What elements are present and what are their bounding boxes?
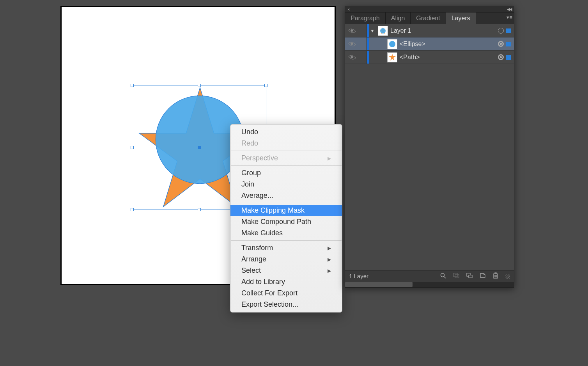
lock-column[interactable] (359, 51, 367, 64)
visibility-icon[interactable] (348, 53, 356, 61)
menu-item-collect-for-export[interactable]: Collect For Export (230, 288, 342, 299)
disclosure-triangle-icon[interactable]: ▼ (369, 28, 375, 33)
lock-column[interactable] (359, 24, 367, 37)
layers-panel: × ◀◀ Paragraph Align Gradient Layers ▾≡ … (345, 6, 514, 288)
selection-square[interactable] (506, 42, 511, 46)
panel-footer: 1 Layer (345, 270, 514, 282)
svg-rect-8 (453, 273, 457, 277)
selection-color-indicator (367, 51, 369, 64)
chevron-right-icon: ▶ (328, 257, 331, 262)
svg-line-7 (444, 277, 446, 279)
resize-grip-icon[interactable] (505, 274, 510, 279)
layer-row-path[interactable]: <Path> (345, 51, 514, 64)
svg-rect-11 (469, 275, 472, 278)
layer-thumbnail (387, 39, 397, 49)
svg-point-4 (389, 41, 395, 47)
target-icon[interactable] (498, 28, 504, 34)
layer-name[interactable]: <Ellipse> (400, 41, 498, 48)
tab-align[interactable]: Align (386, 12, 411, 24)
menu-separator (231, 240, 342, 241)
target-icon[interactable] (498, 54, 504, 60)
visibility-icon[interactable] (348, 27, 356, 35)
menu-item-undo[interactable]: Undo (230, 126, 342, 138)
menu-item-arrange[interactable]: Arrange ▶ (230, 254, 342, 265)
tab-layers[interactable]: Layers (446, 12, 476, 24)
layer-count-label: 1 Layer (349, 273, 368, 279)
layer-row-parent[interactable]: ▼ Layer 1 (345, 24, 514, 37)
visibility-icon[interactable] (348, 40, 356, 48)
scrollbar-thumb[interactable] (345, 282, 413, 287)
menu-item-add-to-library[interactable]: Add to Library (230, 276, 342, 288)
svg-point-3 (380, 28, 386, 34)
selection-square[interactable] (506, 55, 511, 60)
menu-separator (231, 203, 342, 203)
svg-rect-17 (495, 273, 496, 274)
layer-name[interactable]: Layer 1 (390, 27, 498, 34)
resize-handle[interactable] (131, 208, 134, 211)
layer-thumbnail (387, 52, 397, 62)
selection-color-indicator (367, 37, 369, 50)
create-sublayer-icon[interactable] (466, 273, 473, 279)
menu-item-group[interactable]: Group (230, 167, 342, 179)
layer-thumbnail (378, 26, 388, 36)
resize-handle[interactable] (131, 84, 134, 87)
lock-column[interactable] (359, 37, 367, 50)
locate-object-icon[interactable] (440, 272, 446, 280)
selection-square[interactable] (506, 28, 511, 33)
target-icon[interactable] (498, 41, 504, 47)
menu-item-redo[interactable]: Redo (230, 138, 342, 149)
menu-separator (231, 151, 342, 151)
svg-marker-5 (389, 54, 396, 60)
menu-item-make-guides[interactable]: Make Guides (230, 227, 342, 239)
tab-paragraph[interactable]: Paragraph (345, 12, 386, 24)
menu-item-select[interactable]: Select ▶ (230, 265, 342, 276)
menu-item-make-compound-path[interactable]: Make Compound Path (230, 216, 342, 227)
tab-gradient[interactable]: Gradient (411, 12, 446, 24)
menu-separator (231, 165, 342, 166)
make-clipping-mask-icon[interactable] (453, 273, 459, 279)
resize-handle[interactable] (131, 146, 134, 149)
panel-tabs: Paragraph Align Gradient Layers ▾≡ (345, 12, 514, 24)
collapse-icon[interactable]: ◀◀ (507, 7, 512, 11)
menu-item-average[interactable]: Average... (230, 190, 342, 201)
menu-item-export-selection[interactable]: Export Selection... (230, 299, 342, 310)
delete-icon[interactable] (493, 272, 498, 280)
chevron-right-icon: ▶ (328, 245, 331, 251)
close-icon[interactable]: × (347, 7, 350, 12)
new-layer-icon[interactable] (480, 273, 486, 279)
layer-row-ellipse[interactable]: <Ellipse> (345, 37, 514, 51)
chevron-right-icon: ▶ (328, 268, 331, 274)
menu-item-transform[interactable]: Transform ▶ (230, 242, 342, 254)
svg-point-6 (441, 274, 445, 277)
panel-menu-icon[interactable]: ▾≡ (507, 14, 512, 20)
horizontal-scrollbar[interactable] (345, 282, 514, 287)
menu-item-join[interactable]: Join (230, 179, 342, 190)
context-menu: Undo Redo Perspective ▶ Group Join Avera… (230, 124, 342, 313)
layers-list: ▼ Layer 1 <Ellipse> (345, 24, 514, 270)
chevron-right-icon: ▶ (328, 156, 331, 161)
svg-rect-9 (455, 274, 459, 278)
menu-item-perspective[interactable]: Perspective ▶ (230, 153, 342, 164)
layer-name[interactable]: <Path> (400, 54, 498, 61)
menu-item-make-clipping-mask[interactable]: Make Clipping Mask (230, 205, 342, 216)
panel-titlebar[interactable]: × ◀◀ (345, 6, 514, 12)
